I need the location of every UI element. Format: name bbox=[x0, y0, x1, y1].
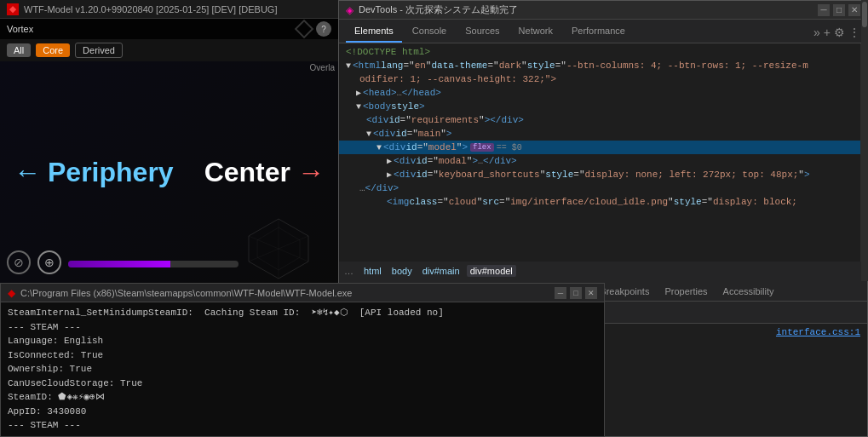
breadcrumb-ellipsis: … bbox=[344, 266, 354, 276]
stylesheet-link[interactable]: interface.css:1 bbox=[776, 327, 860, 337]
html-line: ▼ <html lang="en" data-theme="dark" styl… bbox=[339, 59, 867, 72]
html-line: <!DOCTYPE html> bbox=[339, 45, 867, 59]
progress-bar-background bbox=[68, 261, 239, 267]
terminal-line: IsConnected: True bbox=[8, 348, 597, 363]
html-line: <div id="requirements"></div> bbox=[339, 113, 867, 127]
globe-icon: ⊕ bbox=[37, 250, 61, 274]
html-line: ▼ <body style> bbox=[339, 100, 867, 113]
progress-bar-fill bbox=[68, 261, 170, 267]
terminal-line: AppID: 3430080 bbox=[8, 405, 597, 419]
overlay-label: Overla bbox=[310, 63, 335, 72]
maximize-button[interactable]: □ bbox=[833, 4, 845, 16]
terminal-minimize[interactable]: ─ bbox=[555, 287, 566, 299]
terminal-line: --- STEAM --- bbox=[8, 320, 597, 335]
terminal-close[interactable]: ✕ bbox=[585, 287, 597, 299]
expand-arrow[interactable]: ▶ bbox=[356, 88, 361, 98]
tab-sources[interactable]: Sources bbox=[457, 20, 508, 43]
devtools-scroll-thumb[interactable] bbox=[862, 2, 867, 27]
terminal-maximize[interactable]: □ bbox=[570, 287, 582, 299]
more-tabs-button[interactable]: » bbox=[813, 26, 820, 39]
devtools-title: DevTools - 次元探索システム起動完了 bbox=[359, 3, 813, 16]
html-line: ▶ <head> … </head> bbox=[339, 86, 867, 100]
terminal-title: C:\Program Files (x86)\Steam\steamapps\c… bbox=[20, 288, 549, 298]
filter-all-button[interactable]: All bbox=[7, 43, 31, 57]
styles-tab-properties[interactable]: Properties bbox=[658, 284, 714, 301]
game-overlay-area: Overla ← Periphery Center → ⊘ ⊕ bbox=[0, 61, 338, 283]
breadcrumb: html body div#main div#model bbox=[360, 265, 516, 277]
game-app-icon: ◆ bbox=[7, 3, 19, 15]
close-button[interactable]: ✕ bbox=[848, 4, 860, 16]
breadcrumb-html[interactable]: html bbox=[360, 265, 385, 277]
terminal-line: --- STEAM --- bbox=[8, 418, 597, 433]
terminal-content[interactable]: SteamInternal_SetMinidumpSteamID: Cachin… bbox=[1, 302, 604, 436]
devtools-window-controls: ─ □ ✕ bbox=[818, 4, 860, 16]
devtools-titlebar: ◈ DevTools - 次元探索システム起動完了 ─ □ ✕ bbox=[339, 1, 867, 20]
html-line-selected[interactable]: ▼ <div id="model"> flex == $0 bbox=[339, 141, 867, 154]
flex-badge: flex bbox=[470, 143, 494, 152]
html-line: ▼ <div id="main"> bbox=[339, 127, 867, 141]
geometric-shape bbox=[244, 215, 313, 283]
periphery-center-label: ← Periphery Center → bbox=[14, 157, 325, 188]
breadcrumb-main[interactable]: div#main bbox=[419, 265, 463, 277]
styles-tab-accessibility[interactable]: Accessibility bbox=[716, 284, 781, 301]
tab-network[interactable]: Network bbox=[510, 20, 561, 43]
terminal-window: ◆ C:\Program Files (x86)\Steam\steamapps… bbox=[0, 283, 605, 437]
arrow-right-icon: → bbox=[297, 157, 325, 188]
expand-arrow[interactable]: ▼ bbox=[377, 143, 382, 152]
terminal-line: SteamInternal_SetMinidumpSteamID: Cachin… bbox=[8, 306, 597, 320]
help-button[interactable]: ? bbox=[316, 21, 331, 37]
html-line: odifier: 1; --canvas-height: 322;"> bbox=[339, 72, 867, 86]
more-options-button[interactable]: ⋮ bbox=[848, 26, 860, 39]
arrow-left-icon: ← bbox=[14, 157, 41, 188]
devtools-scrollbar[interactable] bbox=[861, 0, 868, 281]
html-line: <img class="cloud" src="img/interface/cl… bbox=[339, 195, 867, 209]
expand-arrow[interactable]: ▼ bbox=[366, 129, 371, 139]
add-tab-button[interactable]: + bbox=[824, 26, 831, 39]
game-title-text: WTF-Model v1.20.0+99020840 [2025-01-25] … bbox=[24, 4, 277, 14]
periphery-text: Periphery bbox=[48, 157, 174, 188]
minimize-button[interactable]: ─ bbox=[818, 4, 830, 16]
settings-button[interactable]: ⚙ bbox=[834, 26, 845, 39]
tab-performance[interactable]: Performance bbox=[563, 20, 634, 43]
tab-elements[interactable]: Elements bbox=[346, 20, 402, 43]
game-section-title: Vortex bbox=[7, 24, 33, 34]
html-panel[interactable]: <!DOCTYPE html> ▼ <html lang="en" data-t… bbox=[339, 43, 867, 262]
filter-core-button[interactable]: Core bbox=[36, 43, 70, 57]
terminal-window-controls: ─ □ ✕ bbox=[555, 287, 597, 299]
devtools-window: ◈ DevTools - 次元探索システム起動完了 ─ □ ✕ Elements… bbox=[338, 0, 868, 281]
breadcrumb-toolbar: … html body div#main div#model bbox=[339, 262, 867, 280]
devtools-main-tabs: Elements Console Sources Network Perform… bbox=[339, 20, 867, 43]
game-icon-row: ⊘ ⊕ bbox=[7, 250, 61, 274]
html-line: ▶ <div id="keyboard_shortcuts" style="di… bbox=[339, 168, 867, 181]
game-top-bar: Vortex ? bbox=[0, 19, 338, 39]
expand-arrow[interactable]: ▼ bbox=[356, 102, 361, 112]
terminal-titlebar: ◆ C:\Program Files (x86)\Steam\steamapps… bbox=[1, 284, 604, 302]
breadcrumb-model[interactable]: div#model bbox=[467, 265, 516, 277]
doctype-text: <!DOCTYPE html> bbox=[346, 47, 430, 57]
no-entry-icon: ⊘ bbox=[7, 250, 31, 274]
game-area: Vortex ? All Core Derived Overla ← Perip… bbox=[0, 19, 338, 283]
filter-derived-button[interactable]: Derived bbox=[75, 43, 123, 58]
breadcrumb-body[interactable]: body bbox=[388, 265, 416, 277]
terminal-line: Language: English bbox=[8, 334, 597, 348]
filter-bar: All Core Derived bbox=[0, 39, 338, 61]
tab-console[interactable]: Console bbox=[404, 20, 455, 43]
terminal-line: CanUseCloudStorage: True bbox=[8, 377, 597, 391]
devtools-icon: ◈ bbox=[346, 4, 354, 16]
progress-bar-area bbox=[68, 261, 239, 271]
game-content: All Core Derived Overla ← Periphery Cent… bbox=[0, 39, 338, 283]
center-text: Center bbox=[204, 157, 290, 188]
expand-arrow[interactable]: ▶ bbox=[387, 156, 392, 166]
expand-arrow[interactable]: ▶ bbox=[387, 170, 392, 180]
terminal-line: Ownership: True bbox=[8, 362, 597, 377]
terminal-line: SteamID: ⬟◈❋⚡◉⊕⋈ bbox=[8, 390, 597, 405]
html-line: ▶ <div id="modal"> … </div> bbox=[339, 154, 867, 168]
html-line: … </div> bbox=[339, 181, 867, 195]
terminal-app-icon: ◆ bbox=[8, 287, 15, 299]
vortex-icon bbox=[295, 20, 314, 39]
expand-arrow[interactable]: ▼ bbox=[346, 61, 351, 71]
